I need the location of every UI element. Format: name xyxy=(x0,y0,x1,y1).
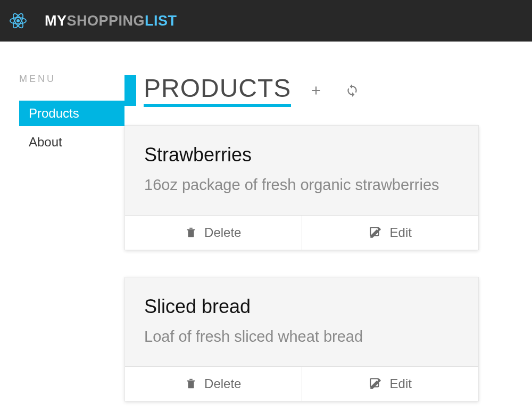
main-content: PRODUCTS Strawberries 16oz package of fr… xyxy=(124,73,532,411)
delete-button[interactable]: Delete xyxy=(125,367,302,401)
product-card: Strawberries 16oz package of fresh organ… xyxy=(124,125,479,250)
trash-icon xyxy=(185,227,197,239)
edit-button[interactable]: Edit xyxy=(302,216,479,250)
app-header: MYSHOPPINGLIST xyxy=(0,0,532,42)
edit-icon xyxy=(369,377,383,391)
menu-heading: MENU xyxy=(19,73,124,85)
add-product-button[interactable] xyxy=(309,84,323,97)
product-card-body: Strawberries 16oz package of fresh organ… xyxy=(125,126,478,215)
svg-point-0 xyxy=(16,19,20,22)
sidebar-item-products[interactable]: Products xyxy=(19,101,124,126)
brand-part-shopping: SHOPPING xyxy=(67,13,145,29)
sidebar-item-label: About xyxy=(29,135,62,149)
delete-label: Delete xyxy=(204,376,241,391)
sidebar-item-about[interactable]: About xyxy=(19,129,124,155)
edit-label: Edit xyxy=(390,225,412,240)
product-card: Sliced bread Loaf of fresh sliced wheat … xyxy=(124,277,479,402)
refresh-icon xyxy=(345,84,359,97)
page-title-row: PRODUCTS xyxy=(124,73,479,107)
brand-part-my: MY xyxy=(45,13,67,29)
product-card-footer: Delete Edit xyxy=(125,215,478,250)
brand-part-list: LIST xyxy=(145,13,177,29)
sidebar: MENU Products About xyxy=(0,73,124,411)
page-title: PRODUCTS xyxy=(144,73,291,103)
product-name: Sliced bread xyxy=(144,295,459,318)
delete-button[interactable]: Delete xyxy=(125,216,302,250)
plus-icon xyxy=(309,84,323,97)
react-logo-icon xyxy=(9,11,28,30)
trash-icon xyxy=(185,378,197,390)
app-title: MYSHOPPINGLIST xyxy=(45,13,177,29)
edit-icon xyxy=(369,226,383,240)
sidebar-item-label: Products xyxy=(29,106,79,120)
product-card-footer: Delete Edit xyxy=(125,366,478,401)
product-name: Strawberries xyxy=(144,144,459,166)
delete-label: Delete xyxy=(204,225,241,240)
edit-button[interactable]: Edit xyxy=(302,367,479,401)
title-accent-bar xyxy=(124,75,136,106)
product-description: 16oz package of fresh organic strawberri… xyxy=(144,174,459,197)
edit-label: Edit xyxy=(390,376,412,391)
product-description: Loaf of fresh sliced wheat bread xyxy=(144,325,459,349)
refresh-button[interactable] xyxy=(345,84,359,97)
page-title-wrap: PRODUCTS xyxy=(144,73,291,107)
product-card-body: Sliced bread Loaf of fresh sliced wheat … xyxy=(125,277,478,367)
